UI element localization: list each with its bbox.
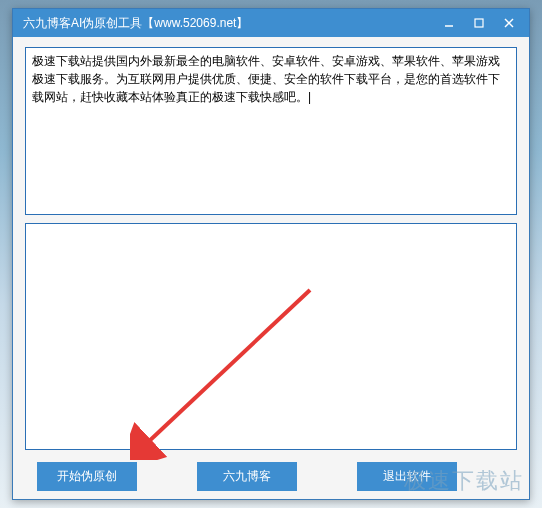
content-area: 开始伪原创 六九博客 退出软件: [13, 37, 529, 499]
button-row: 开始伪原创 六九博客 退出软件: [25, 458, 517, 491]
input-textarea[interactable]: [25, 47, 517, 215]
titlebar: 六九博客AI伪原创工具【www.52069.net】: [13, 9, 529, 37]
output-textarea[interactable]: [25, 223, 517, 450]
close-button[interactable]: [495, 12, 523, 34]
exit-button[interactable]: 退出软件: [357, 462, 457, 491]
window-controls: [435, 12, 523, 34]
svg-rect-1: [475, 19, 483, 27]
window-title: 六九博客AI伪原创工具【www.52069.net】: [23, 15, 435, 32]
app-window: 六九博客AI伪原创工具【www.52069.net】 开始伪原创 六九博客 退出…: [12, 8, 530, 500]
blog-button[interactable]: 六九博客: [197, 462, 297, 491]
minimize-button[interactable]: [435, 12, 463, 34]
maximize-button[interactable]: [465, 12, 493, 34]
start-button[interactable]: 开始伪原创: [37, 462, 137, 491]
